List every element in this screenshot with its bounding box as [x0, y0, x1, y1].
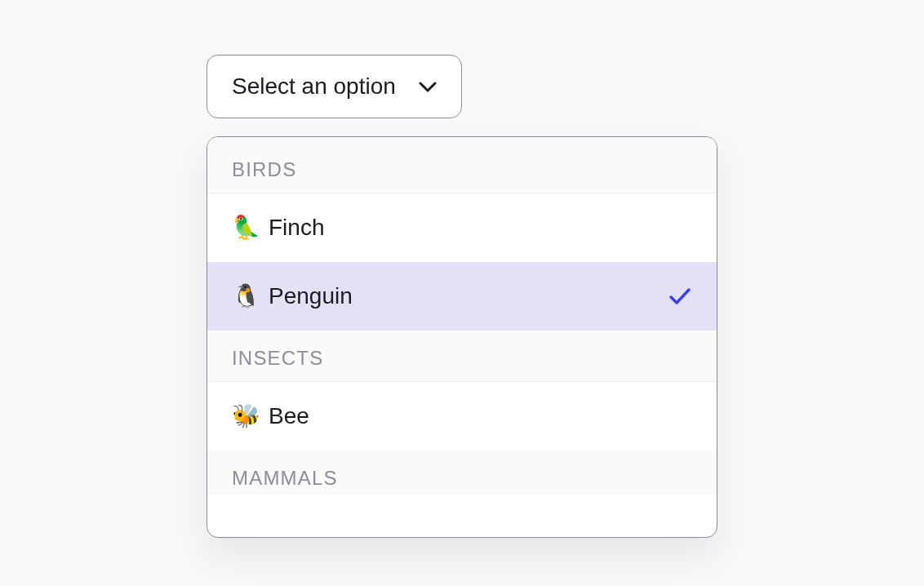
select-dropdown[interactable]: BIRDS 🦜 Finch 🐧 Penguin INSECTS 🐝 Bee MA… — [207, 136, 717, 538]
option-bee[interactable]: 🐝 Bee — [207, 382, 717, 451]
check-icon — [668, 284, 692, 309]
parrot-icon: 🦜 — [232, 216, 260, 239]
group-header-birds: BIRDS — [207, 137, 717, 193]
group-header-insects: INSECTS — [207, 331, 717, 382]
chevron-down-icon — [419, 78, 437, 95]
select-placeholder: Select an option — [232, 73, 396, 100]
group-header-mammals: MAMMALS — [207, 451, 717, 495]
option-label: Finch — [269, 215, 324, 241]
penguin-icon: 🐧 — [232, 285, 260, 308]
bee-icon: 🐝 — [232, 405, 260, 428]
option-finch[interactable]: 🦜 Finch — [207, 193, 717, 262]
option-label: Bee — [269, 403, 309, 429]
option-label: Penguin — [269, 283, 353, 309]
select-trigger[interactable]: Select an option — [207, 55, 462, 118]
option-penguin[interactable]: 🐧 Penguin — [207, 262, 717, 331]
